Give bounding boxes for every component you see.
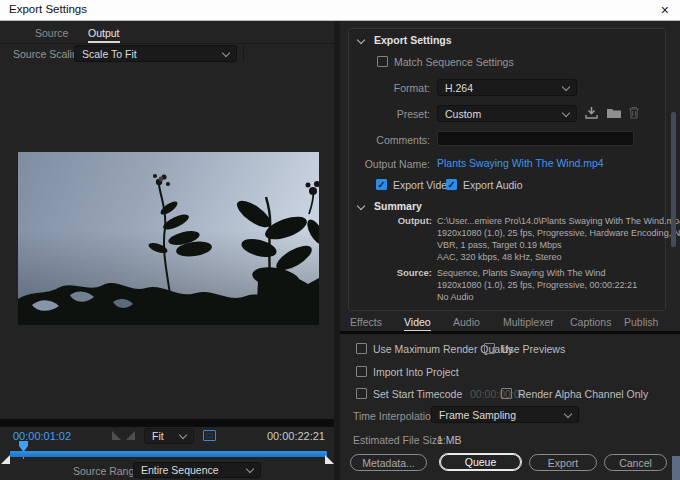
source-scaling-value: Scale To Fit — [82, 48, 137, 60]
import-into-project-label: Import Into Project — [373, 366, 459, 378]
close-icon[interactable]: × — [661, 2, 669, 18]
summary-source-lines: Sequence, Plants Swaying With The Wind 1… — [437, 267, 637, 303]
queue-button[interactable]: Queue — [439, 453, 522, 471]
set-start-timecode-label: Set Start Timecode — [373, 388, 462, 400]
time-interpolation-label: Time Interpolation: — [353, 410, 440, 422]
source-scaling-dropdown[interactable]: Scale To Fit — [74, 45, 237, 62]
time-interpolation-value: Frame Sampling — [439, 409, 516, 421]
tab-publish[interactable]: Publish — [624, 316, 658, 328]
format-dropdown[interactable]: H.264 — [437, 79, 577, 96]
summary-source-label: Source: — [370, 267, 432, 278]
summary-source-line: No Audio — [437, 291, 637, 303]
tab-source-label: Source — [35, 27, 68, 39]
use-previews-checkbox[interactable] — [484, 343, 495, 354]
use-previews-label: Use Previews — [501, 343, 565, 355]
save-preset-icon[interactable] — [584, 106, 599, 120]
import-into-project-checkbox[interactable] — [356, 366, 367, 377]
preview-separator — [0, 419, 334, 427]
chevron-down-icon — [564, 409, 572, 417]
source-range-dropdown[interactable]: Entire Sequence — [133, 462, 261, 478]
tab-video-label: Video — [404, 316, 431, 328]
delete-preset-icon[interactable] — [628, 106, 640, 119]
tab-captions[interactable]: Captions — [570, 316, 611, 328]
tab-captions-label: Captions — [570, 316, 611, 328]
window-titlebar: Export Settings × — [0, 0, 680, 21]
preset-value: Custom — [445, 108, 481, 120]
tab-audio-label: Audio — [453, 316, 480, 328]
tab-publish-label: Publish — [624, 316, 658, 328]
output-name-link[interactable]: Plants Swaying With The Wind.mp4 — [437, 157, 604, 169]
tab-video[interactable]: Video — [404, 316, 431, 328]
settings-panel: Export Settings Match Sequence Settings … — [340, 21, 680, 480]
summary-output-line: AAC, 320 kbps, 48 kHz, Stereo — [437, 251, 680, 263]
export-settings-header: Export Settings — [374, 34, 452, 46]
source-range-value: Entire Sequence — [141, 464, 219, 476]
summary-header: Summary — [374, 200, 422, 212]
chevron-down-icon — [246, 465, 254, 473]
video-preview — [18, 152, 319, 325]
format-label: Format: — [370, 82, 430, 94]
window-title: Export Settings — [9, 3, 87, 15]
preview-panel: Source Output Source Scaling: Scale To F… — [0, 21, 334, 480]
export-audio-label: Export Audio — [463, 179, 523, 191]
time-interpolation-dropdown[interactable]: Frame Sampling — [431, 406, 579, 423]
output-name-label: Output Name: — [350, 158, 430, 170]
video-frame — [18, 152, 319, 325]
match-sequence-checkbox[interactable] — [377, 56, 388, 67]
export-audio-checkbox[interactable]: ✓ — [446, 179, 457, 190]
chevron-down-icon — [562, 108, 570, 116]
use-max-render-quality-checkbox[interactable] — [356, 343, 367, 354]
chevron-down-icon — [222, 48, 230, 56]
render-alpha-label: Render Alpha Channel Only — [518, 388, 648, 400]
zoom-level-dropdown[interactable]: Fit — [144, 428, 194, 444]
tab-multiplexer[interactable]: Multiplexer — [503, 316, 554, 328]
preset-label: Preset: — [370, 108, 430, 120]
crop-icon[interactable] — [203, 430, 216, 441]
export-settings-dialog: Export Settings × Source Output Source S… — [0, 0, 680, 480]
export-button[interactable]: Export — [529, 454, 597, 471]
tab-output-label: Output — [88, 27, 120, 39]
comments-input[interactable] — [437, 131, 634, 146]
set-in-point-icon[interactable] — [112, 431, 121, 440]
summary-output-lines: C:\User...emiere Pro\14.0\Plants Swaying… — [437, 215, 680, 263]
check-icon: ✓ — [448, 179, 456, 190]
tabstrip-divider — [340, 331, 680, 334]
estimated-file-size-label: Estimated File Size: — [353, 434, 446, 446]
summary-source-line: 1920x1080 (1.0), 25 fps, Progressive, 00… — [437, 279, 637, 291]
export-video-checkbox[interactable]: ✓ — [376, 179, 387, 190]
summary-output-line: C:\User...emiere Pro\14.0\Plants Swaying… — [437, 215, 680, 227]
toolbar-separator — [243, 45, 244, 62]
summary-source-line: Sequence, Plants Swaying With The Wind — [437, 267, 637, 279]
set-start-timecode-checkbox[interactable] — [356, 388, 367, 399]
match-sequence-label: Match Sequence Settings — [394, 56, 514, 68]
metadata-button[interactable]: Metadata... — [350, 454, 427, 471]
range-out-handle[interactable] — [325, 455, 334, 464]
duration-timecode: 00:00:22:21 — [267, 430, 325, 442]
chevron-down-icon — [562, 82, 570, 90]
tab-audio[interactable]: Audio — [453, 316, 480, 328]
cancel-button[interactable]: Cancel — [604, 454, 667, 471]
settings-scrollbar[interactable] — [671, 112, 676, 247]
tab-effects-label: Effects — [350, 316, 382, 328]
range-in-handle[interactable] — [1, 455, 10, 464]
check-icon: ✓ — [378, 179, 386, 190]
edge-artifact — [672, 456, 680, 480]
render-alpha-checkbox[interactable] — [501, 388, 512, 399]
tab-effects[interactable]: Effects — [350, 316, 382, 328]
preset-dropdown[interactable]: Custom — [437, 105, 577, 122]
tab-source[interactable]: Source — [35, 27, 68, 39]
export-video-label: Export Video — [393, 179, 453, 191]
tabbar-divider — [0, 43, 334, 44]
import-preset-icon[interactable] — [606, 107, 622, 119]
current-timecode[interactable]: 00:00:01:02 — [13, 430, 71, 442]
tab-output[interactable]: Output — [88, 27, 120, 39]
estimated-file-size-value: 1 MB — [437, 434, 462, 446]
summary-output-label: Output: — [370, 215, 432, 226]
timeline-range-bar[interactable] — [10, 451, 327, 457]
format-value: H.264 — [445, 82, 473, 94]
summary-output-line: 1920x1080 (1.0), 25 fps, Progressive, Ha… — [437, 227, 680, 239]
comments-label: Comments: — [356, 134, 430, 146]
set-out-point-icon[interactable] — [126, 431, 135, 440]
summary-output-line: VBR, 1 pass, Target 0.19 Mbps — [437, 239, 680, 251]
zoom-level-value: Fit — [152, 430, 164, 442]
